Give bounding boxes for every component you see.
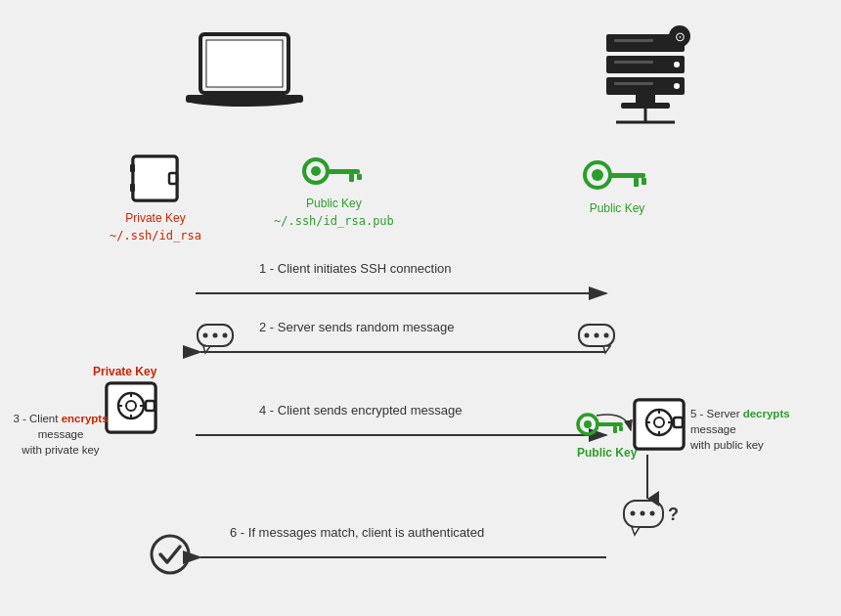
svg-rect-22 — [130, 184, 135, 192]
svg-point-41 — [223, 333, 228, 338]
svg-rect-13 — [636, 95, 655, 103]
svg-rect-28 — [357, 174, 362, 180]
svg-rect-5 — [606, 56, 685, 73]
svg-point-46 — [604, 333, 609, 338]
down-arrow-step5 — [638, 455, 657, 504]
svg-point-78 — [631, 511, 636, 516]
step5-desc: 5 - Server decrypts messagewith public k… — [690, 406, 822, 453]
svg-rect-14 — [621, 103, 670, 109]
svg-point-45 — [595, 333, 599, 338]
question-bubble: ? — [622, 499, 676, 544]
svg-point-80 — [650, 511, 655, 516]
svg-point-9 — [674, 83, 680, 89]
server-public-key-icon — [583, 154, 651, 196]
client-message-bubble — [196, 323, 237, 358]
private-key-safe-icon — [128, 152, 182, 205]
svg-point-76 — [152, 536, 189, 573]
public-key-label: Public Key ~/.ssh/id_rsa.pub — [274, 194, 394, 229]
svg-rect-31 — [608, 173, 645, 178]
client-laptop — [181, 29, 308, 117]
step4-arrow — [196, 420, 616, 450]
server-public-key-item: Public Key — [583, 154, 651, 216]
svg-rect-1 — [206, 40, 283, 87]
ssh-diagram: ⊙ Private Key ~/.ssh/id_rsa — [0, 0, 841, 616]
step2-arrow — [196, 337, 616, 367]
step1-label: 1 - Client initiates SSH connection — [259, 261, 452, 276]
server-icon: ⊙ — [597, 24, 704, 127]
step4-label: 4 - Client sends encrypted message — [259, 403, 462, 418]
key-to-safe-arrow — [577, 406, 645, 455]
checkmark-icon — [149, 533, 192, 580]
svg-point-39 — [203, 333, 208, 338]
svg-point-44 — [585, 333, 590, 338]
step2-label: 2 - Server sends random message — [259, 320, 454, 334]
private-key-label: Private Key ~/.ssh/id_rsa — [110, 208, 201, 243]
svg-marker-81 — [632, 527, 640, 535]
svg-point-30 — [592, 169, 603, 181]
step3-desc: 3 - Client encrypts messagewith private … — [12, 411, 110, 458]
svg-marker-47 — [603, 346, 610, 353]
step3-private-key-label: Private Key — [93, 362, 156, 379]
svg-text:?: ? — [668, 505, 679, 524]
svg-marker-42 — [203, 346, 210, 353]
svg-text:⊙: ⊙ — [675, 29, 686, 44]
svg-point-8 — [674, 62, 680, 67]
encrypted-safe-icon — [103, 379, 159, 440]
step6-arrow — [196, 543, 616, 572]
server: ⊙ — [597, 24, 704, 127]
svg-point-40 — [213, 333, 218, 338]
svg-rect-6 — [606, 77, 685, 95]
step6-label: 6 - If messages match, client is authent… — [230, 525, 484, 540]
svg-rect-11 — [614, 61, 653, 64]
svg-rect-10 — [614, 39, 653, 42]
step1-arrow — [196, 279, 616, 308]
svg-point-25 — [311, 166, 321, 176]
public-key-item: Public Key ~/.ssh/id_rsa.pub — [274, 152, 394, 229]
svg-rect-49 — [107, 383, 155, 432]
svg-rect-12 — [614, 82, 653, 85]
svg-rect-32 — [634, 178, 639, 187]
svg-rect-21 — [130, 164, 135, 172]
server-message-bubble — [577, 323, 618, 358]
svg-point-79 — [641, 511, 645, 516]
svg-rect-27 — [349, 174, 354, 182]
svg-rect-3 — [186, 95, 303, 103]
svg-rect-33 — [642, 178, 646, 185]
server-public-key-label: Public Key — [590, 198, 645, 216]
private-key-item: Private Key ~/.ssh/id_rsa — [110, 152, 201, 243]
svg-rect-26 — [326, 169, 360, 174]
laptop-icon — [181, 29, 308, 117]
public-key-icon — [302, 152, 366, 191]
